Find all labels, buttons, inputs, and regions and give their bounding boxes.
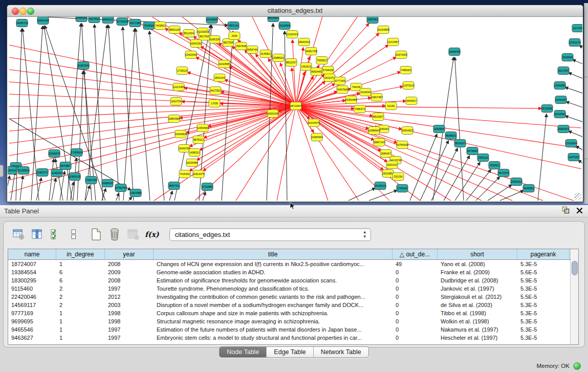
new-table-icon[interactable] xyxy=(89,227,104,242)
network-node[interactable]: 8878312 xyxy=(193,136,204,144)
table-cell[interactable]: 1997 xyxy=(105,286,154,292)
network-canvas[interactable]: 2405572430691406106552571527602846616210… xyxy=(8,17,582,201)
citation-edge[interactable] xyxy=(108,25,119,201)
table-cell[interactable]: Jankovic et al. (1997) xyxy=(438,286,517,292)
citation-edge[interactable] xyxy=(488,185,512,201)
citation-edge[interactable] xyxy=(9,82,296,106)
network-node[interactable]: 8912934 xyxy=(183,30,194,37)
column-header-pagerank[interactable]: pagerank xyxy=(517,249,570,259)
citation-edge[interactable] xyxy=(578,160,582,167)
network-node[interactable]: 1167531 xyxy=(568,154,579,161)
citation-edge[interactable] xyxy=(82,24,92,201)
citation-edge[interactable] xyxy=(8,176,10,201)
network-node[interactable]: 16961758 xyxy=(305,48,317,55)
table-cell[interactable]: 0 xyxy=(393,310,438,316)
citation-edge[interactable] xyxy=(9,70,296,106)
citation-edge[interactable] xyxy=(569,73,582,81)
table-cell[interactable]: 19384554 xyxy=(8,269,56,275)
table-cell[interactable]: 22420046 xyxy=(8,294,56,300)
table-cell[interactable]: 1998 xyxy=(105,310,154,316)
network-node[interactable]: 19218906 xyxy=(278,22,290,30)
network-node[interactable]: 7515526 xyxy=(143,22,155,30)
network-node[interactable]: 12905135 xyxy=(69,173,80,181)
network-node[interactable]: 7425402 xyxy=(179,170,190,178)
table-cell[interactable]: 0 xyxy=(393,277,438,283)
close-panel-icon[interactable] xyxy=(576,207,583,216)
citation-edge[interactable] xyxy=(500,190,524,201)
citation-edge[interactable] xyxy=(203,106,296,171)
table-cell[interactable]: 5.3E-5 xyxy=(517,302,570,308)
network-node[interactable]: 17359924 xyxy=(71,149,82,157)
table-cell[interactable]: 2009 xyxy=(105,269,154,275)
column-header-short[interactable]: short xyxy=(438,249,517,259)
citation-edge[interactable] xyxy=(576,146,582,154)
close-button[interactable] xyxy=(12,8,19,15)
network-node[interactable]: 7463822 xyxy=(155,22,166,30)
table-cell[interactable]: Wolkin et al. (1998) xyxy=(438,318,517,324)
network-node[interactable]: 18300295 xyxy=(267,110,278,118)
citation-edge[interactable] xyxy=(410,134,437,201)
network-node[interactable]: 9329966 xyxy=(562,54,573,61)
citation-edge[interactable] xyxy=(189,106,296,171)
column-header-year[interactable]: year xyxy=(105,249,154,259)
citation-edge[interactable] xyxy=(431,148,458,201)
network-node[interactable]: 24055724 xyxy=(16,19,28,27)
network-node[interactable]: 12353594 xyxy=(197,124,208,132)
citation-edge[interactable] xyxy=(466,170,491,201)
citation-edge[interactable] xyxy=(128,197,132,201)
network-node[interactable]: 8186328 xyxy=(209,36,220,43)
table-cell[interactable]: 1998 xyxy=(105,318,154,324)
network-node[interactable]: 7486372 xyxy=(354,105,365,113)
network-node[interactable]: 18807243 xyxy=(373,139,385,146)
table-cell[interactable]: 1 xyxy=(56,335,105,341)
network-node[interactable]: 6794028 xyxy=(322,67,334,74)
network-node[interactable]: 20364486 xyxy=(345,96,357,104)
table-cell[interactable]: 0 xyxy=(393,294,438,300)
table-cell[interactable]: Disruption of a novel member of a sodium… xyxy=(154,302,393,308)
network-node[interactable]: 8454749 xyxy=(247,46,258,54)
table-cell[interactable]: 5.3E-5 xyxy=(517,310,570,316)
network-node[interactable]: 10654112 xyxy=(511,178,522,186)
network-node[interactable]: 16543392 xyxy=(190,40,202,48)
table-cell[interactable]: Tibbo et al. (1998) xyxy=(438,310,517,316)
network-node[interactable]: 9463627 xyxy=(406,97,417,105)
table-cell[interactable]: 5.5E-5 xyxy=(517,294,570,300)
network-node[interactable]: 1621072 xyxy=(324,74,335,82)
citation-edge[interactable] xyxy=(369,190,397,201)
network-node[interactable]: 19654923 xyxy=(401,127,413,135)
network-node[interactable]: 17016504 xyxy=(565,140,577,147)
table-cell[interactable]: 5.3E-5 xyxy=(517,286,570,292)
network-node[interactable]: 1139154 xyxy=(8,167,16,174)
citation-edge[interactable] xyxy=(9,106,296,106)
citation-edge[interactable] xyxy=(293,40,296,106)
table-cell[interactable]: 18724007 xyxy=(8,261,56,267)
table-cell[interactable]: 9463627 xyxy=(8,335,56,341)
network-node[interactable]: 7857224 xyxy=(228,22,239,30)
network-node[interactable]: 16782759 xyxy=(115,184,126,192)
citation-edge[interactable] xyxy=(565,87,582,95)
network-node[interactable]: 10807487 xyxy=(371,94,382,101)
table-cell[interactable]: 2 xyxy=(56,286,105,292)
citation-edge[interactable] xyxy=(538,114,547,201)
table-cell[interactable]: 5.9E-5 xyxy=(517,277,570,283)
citation-edge[interactable] xyxy=(579,46,582,51)
network-node[interactable]: 8471676 xyxy=(498,169,509,177)
network-node[interactable]: 20206576 xyxy=(48,150,60,158)
network-node[interactable]: 12942717 xyxy=(36,169,48,177)
network-node[interactable]: 9474444 xyxy=(467,147,478,155)
table-cell[interactable]: de Silva et al. (2003) xyxy=(438,302,517,308)
table-cell[interactable]: Genome-wide association studies in ADHD. xyxy=(154,269,393,275)
network-node[interactable]: 17957255 xyxy=(85,177,97,184)
table-cell[interactable]: Nakamura et al. (1997) xyxy=(438,326,517,333)
network-node[interactable]: 10973493 xyxy=(395,51,407,59)
network-node[interactable]: 8215958 xyxy=(541,105,553,113)
table-cell[interactable]: Dudbridge et al. (2008) xyxy=(438,277,517,283)
network-node[interactable]: 8466162 xyxy=(102,17,114,24)
network-node[interactable]: 2803144 xyxy=(214,74,225,82)
network-node[interactable]: 1624534 xyxy=(360,89,371,96)
network-node[interactable]: 5716485 xyxy=(202,183,213,191)
tab-node-table[interactable]: Node Table xyxy=(220,347,267,357)
network-window-titlebar[interactable]: citations_edges.txt xyxy=(7,5,583,17)
network-node[interactable]: 9777169 xyxy=(334,77,345,85)
network-node[interactable]: 1815132 xyxy=(386,161,398,169)
